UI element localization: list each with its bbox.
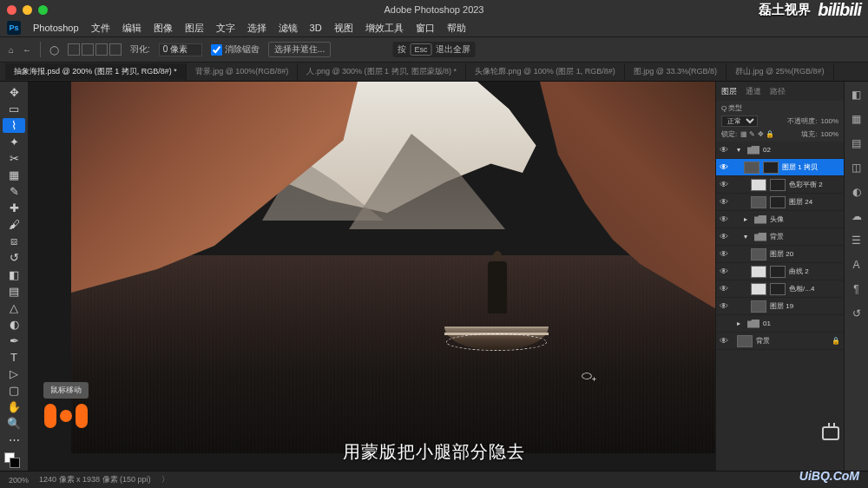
close-window-icon[interactable] bbox=[7, 5, 16, 15]
layer-name-label[interactable]: 头像 bbox=[770, 214, 784, 224]
fill-value[interactable]: 100% bbox=[821, 130, 838, 138]
shape-tool-icon[interactable]: ▢ bbox=[3, 383, 25, 398]
gradients-panel-icon[interactable]: ▤ bbox=[849, 135, 865, 151]
visibility-toggle-icon[interactable]: 👁 bbox=[720, 145, 730, 155]
layer-name-label[interactable]: 背景 bbox=[770, 232, 784, 241]
layer-thumbnail[interactable] bbox=[751, 248, 766, 260]
hand-tool-icon[interactable]: ✋ bbox=[3, 399, 25, 414]
layer-row[interactable]: 👁曲线 2 bbox=[716, 263, 844, 280]
layer-thumbnail[interactable] bbox=[751, 283, 766, 295]
folder-arrow-icon[interactable]: ▸ bbox=[744, 215, 751, 223]
layer-row[interactable]: 👁▾02 bbox=[716, 142, 844, 159]
character-panel-icon[interactable]: A bbox=[849, 257, 865, 273]
brush-tool-icon[interactable]: 🖌 bbox=[3, 217, 25, 232]
zoom-tool-icon[interactable]: 🔍 bbox=[3, 416, 25, 431]
visibility-toggle-icon[interactable]: 👁 bbox=[720, 162, 730, 172]
visibility-toggle-icon[interactable]: 👁 bbox=[720, 249, 730, 259]
layer-row[interactable]: 👁图层 19 bbox=[716, 298, 844, 315]
layer-row[interactable]: 👁图层 1 拷贝 bbox=[716, 159, 844, 176]
pen-tool-icon[interactable]: ✒ bbox=[3, 333, 25, 348]
blur-tool-icon[interactable]: △ bbox=[3, 300, 25, 315]
blend-mode-select[interactable]: 正常 bbox=[721, 115, 758, 127]
tab-layers[interactable]: 图层 bbox=[721, 86, 737, 97]
tab-paths[interactable]: 路径 bbox=[770, 86, 786, 97]
marquee-tool-icon[interactable]: ▭ bbox=[3, 102, 25, 116]
zoom-level[interactable]: 200% bbox=[9, 476, 29, 485]
minimize-window-icon[interactable] bbox=[23, 5, 32, 15]
menu-select[interactable]: 选择 bbox=[247, 22, 266, 35]
tab-image[interactable]: 图.jpg @ 33.3%(RGB/8) bbox=[625, 63, 727, 80]
menu-photoshop[interactable]: Photoshop bbox=[33, 23, 79, 33]
frame-tool-icon[interactable]: ▦ bbox=[3, 168, 25, 182]
adjustments-panel-icon[interactable]: ◐ bbox=[849, 184, 865, 200]
layer-row[interactable]: 👁▾背景 bbox=[716, 228, 844, 246]
path-select-icon[interactable]: ▷ bbox=[3, 366, 25, 381]
layer-mask-thumbnail[interactable] bbox=[770, 266, 786, 278]
menu-window[interactable]: 窗口 bbox=[416, 22, 435, 35]
antialias-checkbox[interactable]: 消除锯齿 bbox=[211, 43, 260, 56]
layer-row[interactable]: 👁▸头像 bbox=[716, 211, 844, 228]
selection-mode-buttons[interactable] bbox=[68, 43, 122, 56]
move-tool-icon[interactable]: ✥ bbox=[3, 85, 25, 100]
folder-arrow-icon[interactable]: ▸ bbox=[737, 320, 744, 327]
dodge-tool-icon[interactable]: ◐ bbox=[3, 317, 25, 332]
select-and-mask-button[interactable]: 选择并遮住... bbox=[268, 42, 331, 57]
layer-name-label[interactable]: 01 bbox=[763, 320, 771, 327]
lock-icons[interactable]: ▦ ✎ ✥ 🔒 bbox=[740, 130, 774, 138]
history-brush-icon[interactable]: ↺ bbox=[3, 250, 25, 265]
layer-thumbnail[interactable] bbox=[751, 300, 766, 313]
visibility-toggle-icon[interactable]: 👁 bbox=[720, 180, 730, 189]
edit-toolbar-icon[interactable]: ⋯ bbox=[3, 432, 25, 447]
color-panel-icon[interactable]: ◧ bbox=[849, 87, 865, 102]
patterns-panel-icon[interactable]: ◫ bbox=[849, 160, 865, 175]
history-panel-icon[interactable]: ↺ bbox=[849, 306, 865, 321]
tab-abstract-poster[interactable]: 抽象海报.psd @ 200% (图层 1 拷贝, RGB/8#) * bbox=[5, 63, 187, 80]
menu-3d[interactable]: 3D bbox=[310, 23, 322, 33]
type-tool-icon[interactable]: T bbox=[3, 350, 25, 365]
layers-list[interactable]: 👁▾02👁图层 1 拷贝👁色彩平衡 2👁图层 24👁▸头像👁▾背景👁图层 20👁… bbox=[716, 142, 844, 471]
layer-name-label[interactable]: 图层 19 bbox=[770, 301, 793, 311]
layer-name-label[interactable]: 色相/...4 bbox=[789, 284, 814, 293]
layer-row[interactable]: 👁图层 20 bbox=[716, 246, 844, 263]
opacity-value[interactable]: 100% bbox=[821, 117, 838, 125]
color-swatch-icon[interactable] bbox=[3, 452, 25, 467]
gradient-tool-icon[interactable]: ▤ bbox=[3, 284, 25, 299]
libraries-panel-icon[interactable]: ☁ bbox=[849, 208, 865, 224]
visibility-toggle-icon[interactable]: 👁 bbox=[720, 214, 730, 224]
visibility-toggle-icon[interactable]: 👁 bbox=[720, 284, 730, 293]
eyedropper-tool-icon[interactable]: ✎ bbox=[3, 184, 25, 199]
swatches-panel-icon[interactable]: ▦ bbox=[849, 111, 865, 127]
menu-edit[interactable]: 编辑 bbox=[122, 22, 141, 35]
tab-mountains[interactable]: 群山.jpg @ 25%(RGB/8#) bbox=[727, 63, 834, 80]
crop-tool-icon[interactable]: ✂ bbox=[3, 151, 25, 166]
tab-channels[interactable]: 通道 bbox=[746, 86, 761, 97]
healing-tool-icon[interactable]: ✚ bbox=[3, 201, 25, 215]
visibility-toggle-icon[interactable]: 👁 bbox=[720, 336, 730, 346]
menu-file[interactable]: 文件 bbox=[91, 22, 110, 35]
layer-mask-thumbnail[interactable] bbox=[763, 162, 779, 174]
menu-image[interactable]: 图像 bbox=[154, 22, 173, 35]
layer-name-label[interactable]: 图层 24 bbox=[789, 197, 812, 207]
layer-name-label[interactable]: 图层 1 拷贝 bbox=[782, 162, 818, 172]
layer-thumbnail[interactable] bbox=[751, 179, 766, 191]
lasso-tool-icon[interactable]: ⌇ bbox=[3, 118, 25, 133]
wand-tool-icon[interactable]: ✦ bbox=[3, 135, 25, 149]
home-icon[interactable]: ⌂ bbox=[9, 45, 14, 55]
menu-type[interactable]: 文字 bbox=[216, 22, 235, 35]
layer-row[interactable]: 👁色相/...4 bbox=[716, 280, 844, 298]
visibility-toggle-icon[interactable]: 👁 bbox=[720, 267, 730, 276]
layer-thumbnail[interactable] bbox=[751, 196, 766, 208]
layer-row[interactable]: 👁色彩平衡 2 bbox=[716, 176, 844, 194]
maximize-window-icon[interactable] bbox=[38, 5, 48, 15]
tab-silhouette[interactable]: 头像轮廓.png @ 100% (图层 1, RGB/8#) bbox=[466, 63, 625, 80]
layer-name-label[interactable]: 色彩平衡 2 bbox=[789, 180, 823, 189]
folder-arrow-icon[interactable]: ▾ bbox=[737, 146, 744, 154]
layer-mask-thumbnail[interactable] bbox=[770, 196, 786, 208]
layer-row[interactable]: ▸01 bbox=[716, 315, 844, 333]
menu-layer[interactable]: 图层 bbox=[185, 22, 204, 35]
status-chevron-icon[interactable]: 〉 bbox=[161, 474, 169, 485]
lasso-mode-icon[interactable]: ◯ bbox=[49, 45, 59, 55]
layer-thumbnail[interactable] bbox=[737, 335, 753, 347]
layer-mask-thumbnail[interactable] bbox=[770, 179, 786, 191]
layer-row[interactable]: 👁背景🔒 bbox=[716, 333, 844, 350]
